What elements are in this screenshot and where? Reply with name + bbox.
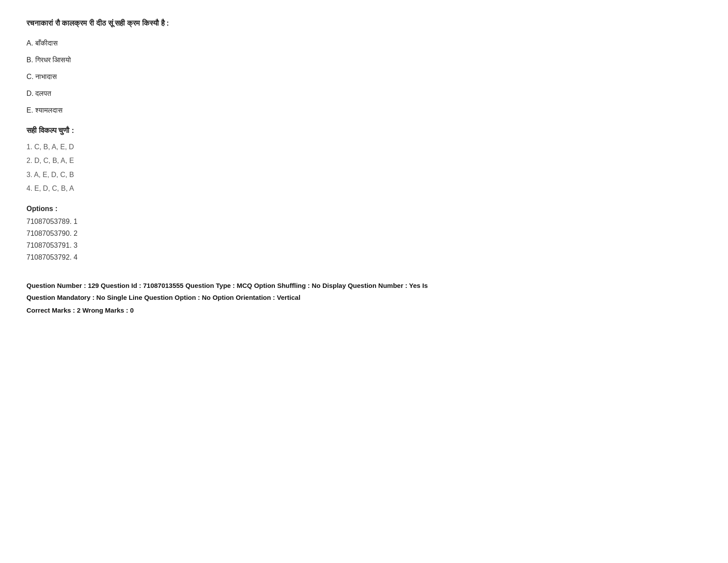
option-d: D. दलपत: [26, 88, 702, 99]
answer-option-3: 3. A, E, D, C, B: [26, 169, 702, 181]
option-a: A. बाँकीदास: [26, 38, 702, 49]
option-d-text: दलपत: [35, 90, 51, 97]
option-d-label: D.: [26, 90, 34, 97]
option-a-text: बाँकीदास: [35, 39, 58, 47]
question-text: रचनाकारां रौ कालक्रम री दीठ सूं सही क्रम…: [26, 18, 702, 29]
option-e-text: श्यामलदास: [35, 106, 63, 114]
meta-line-3: Correct Marks : 2 Wrong Marks : 0: [26, 304, 702, 316]
option-code-1: 71087053789. 1: [26, 215, 702, 227]
answer-option-2: 2. D, C, B, A, E: [26, 155, 702, 166]
option-b-label: B.: [26, 56, 33, 64]
meta-info: Question Number : 129 Question Id : 7108…: [26, 280, 702, 316]
option-code-2: 71087053790. 2: [26, 227, 702, 239]
answer-option-4: 4. E, D, C, B, A: [26, 183, 702, 194]
meta-line-2: Question Mandatory : No Single Line Ques…: [26, 291, 702, 303]
option-e-label: E.: [26, 106, 33, 114]
meta-line-1: Question Number : 129 Question Id : 7108…: [26, 280, 702, 291]
question-container: रचनाकारां रौ कालक्रम री दीठ सूं सही क्रम…: [26, 18, 702, 316]
option-a-label: A.: [26, 39, 33, 47]
option-code-4: 71087053792. 4: [26, 251, 702, 263]
correct-options-label: सही विकल्प चुणौ :: [26, 126, 702, 135]
option-b-text: गिरधर आिसयो: [35, 56, 71, 64]
option-code-3: 71087053791. 3: [26, 239, 702, 251]
option-e: E. श्यामलदास: [26, 105, 702, 116]
option-b: B. गिरधर आिसयो: [26, 55, 702, 65]
option-codes-list: 71087053789. 1 71087053790. 2 7108705379…: [26, 215, 702, 264]
option-c-label: C.: [26, 73, 34, 80]
option-c: C. नाभादास: [26, 72, 702, 82]
answer-options-list: 1. C, B, A, E, D 2. D, C, B, A, E 3. A, …: [26, 141, 702, 194]
options-list: A. बाँकीदास B. गिरधर आिसयो C. नाभादास D.…: [26, 38, 702, 116]
answer-option-1: 1. C, B, A, E, D: [26, 141, 702, 153]
options-section-label: Options :: [26, 205, 702, 213]
option-c-text: नाभादास: [35, 73, 57, 80]
